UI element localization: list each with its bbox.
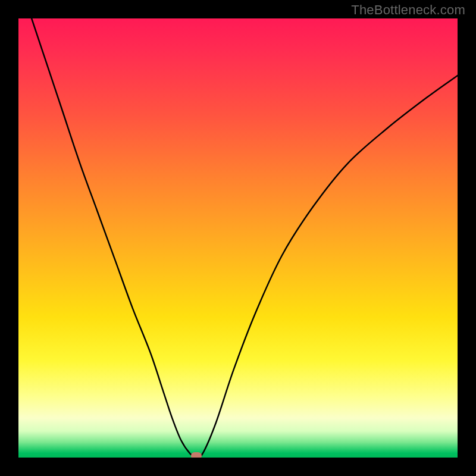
bottleneck-curve	[18, 18, 458, 458]
plot-area	[18, 18, 458, 458]
optimal-point-marker	[191, 452, 202, 458]
watermark-text: TheBottleneck.com	[351, 2, 465, 18]
